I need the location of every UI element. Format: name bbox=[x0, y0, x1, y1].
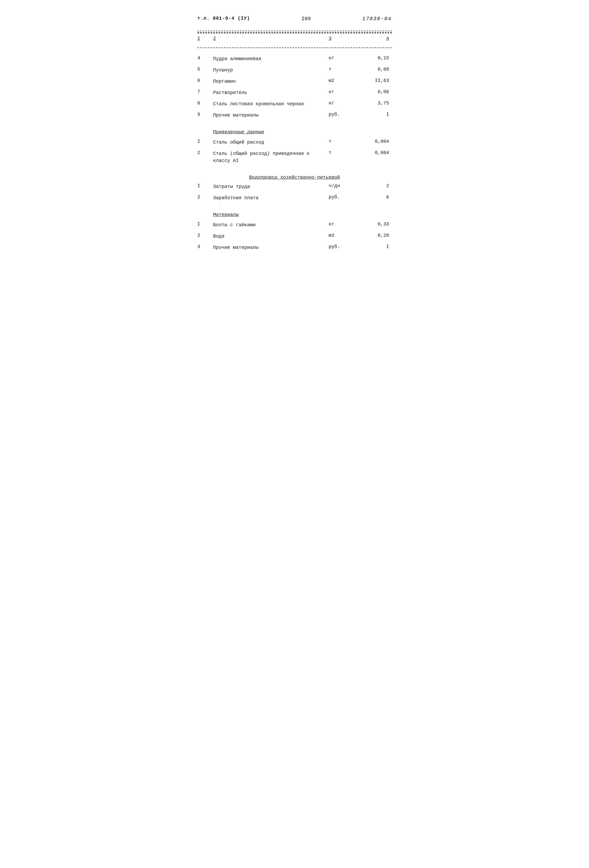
row-name: Заработная плата bbox=[213, 195, 329, 202]
col-header-2: 2 bbox=[213, 35, 329, 42]
row-value: I bbox=[360, 112, 392, 117]
row-num: 6 bbox=[197, 78, 213, 83]
row-value: 6 bbox=[360, 195, 392, 200]
doc-ref-right: 17838-04 bbox=[362, 16, 392, 22]
row-num: 2 bbox=[197, 195, 213, 200]
row-name: Сталь общий расход bbox=[213, 139, 329, 146]
table-header: I 2 3 4 bbox=[197, 33, 392, 42]
row-unit: м2 bbox=[329, 78, 360, 83]
section2-labor-table: I Затраты труда ч/дн 2 2 Заработная плат… bbox=[197, 181, 392, 204]
page-header: т.п. 801-9-4 (IУ) I09 17838-04 bbox=[197, 16, 392, 22]
table-row: 9 Прочие материалы руб. I bbox=[197, 110, 392, 121]
row-num: I bbox=[197, 183, 213, 189]
row-value: 0,06 bbox=[360, 89, 392, 94]
table-row: 7 Растворитель кг 0,06 bbox=[197, 87, 392, 99]
row-unit: т bbox=[329, 139, 360, 144]
section2-materials-table: I Болты с гайками кг 0,33 2 Вода м3 0,20… bbox=[197, 220, 392, 253]
row-num: 9 bbox=[197, 112, 213, 117]
row-unit: м3 bbox=[329, 233, 360, 238]
table-row: 5 Пухшнур т 0,09 bbox=[197, 65, 392, 76]
row-unit: ч/дн bbox=[329, 183, 360, 189]
row-name: Пергамин bbox=[213, 78, 329, 85]
row-value: 2 bbox=[360, 183, 392, 189]
table-row: 6 Пергамин м2 II,63 bbox=[197, 76, 392, 87]
table-row: I Сталь общий расход т 0,004 bbox=[197, 137, 392, 148]
row-num: I bbox=[197, 221, 213, 227]
table-row: I Болты с гайками кг 0,33 bbox=[197, 220, 392, 231]
row-value: 3,75 bbox=[360, 100, 392, 106]
row-unit: кг bbox=[329, 221, 360, 227]
row-name: Пудра алюминиевая bbox=[213, 55, 329, 62]
row-num: 5 bbox=[197, 66, 213, 72]
row-num: 4 bbox=[197, 55, 213, 61]
row-name: Сталь (общий расход) приведенная к класс… bbox=[213, 150, 329, 164]
row-value: 0,004 bbox=[360, 139, 392, 144]
table-row: 4 Пудра алюминиевая кг 0,15 bbox=[197, 53, 392, 65]
doc-ref-center: I09 bbox=[302, 16, 311, 22]
row-unit: т bbox=[329, 66, 360, 72]
table-row: 2 Вода м3 0,20 bbox=[197, 231, 392, 242]
col-header-1: I bbox=[197, 35, 213, 42]
row-num: 8 bbox=[197, 100, 213, 106]
row-unit: кг bbox=[329, 55, 360, 61]
section-title-2-text: Водопровод хозяйственно-питьевой bbox=[249, 175, 340, 180]
row-num: 3 bbox=[197, 244, 213, 249]
table-row: 2 Сталь (общий расход) приведенная к кла… bbox=[197, 148, 392, 167]
row-unit: кг bbox=[329, 100, 360, 106]
row-name: Прочие материалы bbox=[213, 244, 329, 251]
row-name: Затраты труда bbox=[213, 183, 329, 190]
section1-table: I Сталь общий расход т 0,004 2 Сталь (об… bbox=[197, 137, 392, 167]
table-row: I Затраты труда ч/дн 2 bbox=[197, 181, 392, 192]
row-value: 0,20 bbox=[360, 233, 392, 238]
col-header-3: 3 bbox=[329, 35, 360, 42]
row-value: 0,15 bbox=[360, 55, 392, 61]
col-header-4: 4 bbox=[360, 35, 392, 42]
row-unit: кг bbox=[329, 89, 360, 94]
section-title-1: Приведенные данные bbox=[197, 125, 392, 137]
row-num: 2 bbox=[197, 233, 213, 238]
row-num: 7 bbox=[197, 89, 213, 94]
table-row: 8 Сталь листовая кровельная черная кг 3,… bbox=[197, 99, 392, 110]
row-name: Сталь листовая кровельная черная bbox=[213, 100, 329, 108]
row-value: 0,09 bbox=[360, 66, 392, 72]
row-unit: руб. bbox=[329, 244, 360, 249]
row-name: Растворитель bbox=[213, 89, 329, 96]
table-row: 3 Прочие материалы руб. I bbox=[197, 242, 392, 253]
row-name: Болты с гайками bbox=[213, 221, 329, 229]
row-name: Вода bbox=[213, 233, 329, 240]
section-title-2: Водопровод хозяйственно-питьевой bbox=[197, 171, 392, 181]
table-row: 2 Заработная плата руб. 6 bbox=[197, 192, 392, 204]
doc-ref-left: т.п. 801-9-4 (IУ) bbox=[197, 16, 250, 21]
row-value: 0,004 bbox=[360, 150, 392, 155]
row-value: 0,33 bbox=[360, 221, 392, 227]
row-name: Прочие материалы bbox=[213, 112, 329, 119]
section-subtitle-materials: Материалы bbox=[197, 208, 392, 220]
main-table: 4 Пудра алюминиевая кг 0,15 5 Пухшнур т … bbox=[197, 53, 392, 121]
row-value: I bbox=[360, 244, 392, 249]
row-num: I bbox=[197, 139, 213, 144]
row-unit: т bbox=[329, 150, 360, 155]
row-value: II,63 bbox=[360, 78, 392, 83]
row-unit: руб. bbox=[329, 112, 360, 117]
row-name: Пухшнур bbox=[213, 66, 329, 74]
row-unit: руб. bbox=[329, 195, 360, 200]
row-num: 2 bbox=[197, 150, 213, 155]
